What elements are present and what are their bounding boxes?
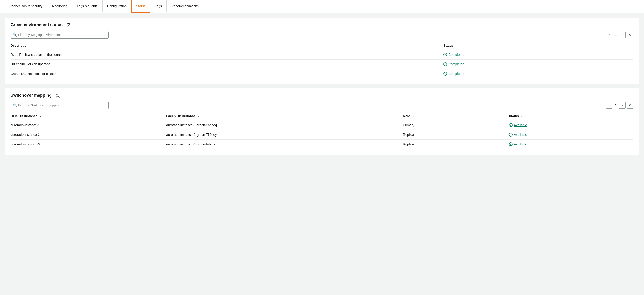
green-environment-title: Green environment status (3): [10, 22, 634, 27]
search-icon: 🔍: [13, 33, 17, 37]
tab-monitoring[interactable]: Monitoring: [48, 0, 72, 12]
sw-blue-instance: auroradb-instance-3: [10, 140, 166, 149]
sw-status: ✓Available: [509, 130, 634, 140]
green-environment-table: Description Status Read Replica creation…: [10, 41, 634, 78]
check-circle-icon: ✓: [444, 62, 447, 66]
tab-bar: Connectivity & securityMonitoringLogs & …: [0, 0, 644, 13]
table-row: DB engine version upgrade✓Completed: [10, 59, 634, 69]
sw-status: ✓Available: [509, 120, 634, 130]
table-row: auroradb-instance-2auroradb-instance-2-g…: [10, 130, 634, 140]
status-label: Available: [514, 123, 527, 127]
tab-configuration[interactable]: Configuration: [102, 0, 132, 12]
switchover-prev-btn[interactable]: ‹: [606, 102, 612, 108]
status-label: Completed: [448, 72, 464, 76]
col-green-db: Green DB Instance ▼: [166, 112, 403, 120]
check-circle-icon: ✓: [509, 142, 512, 146]
green-env-status: ✓Completed: [444, 59, 634, 69]
col-blue-db: Blue DB Instance ▲: [10, 112, 166, 120]
green-environment-page-num: 1: [614, 33, 618, 37]
green-environment-panel: Green environment status (3) 🔍 ‹ 1 › ⚙ D…: [5, 17, 639, 84]
check-circle-icon: ✓: [444, 53, 447, 56]
sw-green-instance: auroradb-instance-1-green-1onooq: [166, 120, 403, 130]
switchover-settings-btn[interactable]: ⚙: [627, 102, 634, 108]
green-environment-next-btn[interactable]: ›: [619, 31, 626, 38]
switchover-toolbar: 🔍 ‹ 1 › ⚙: [10, 101, 634, 109]
table-row: Read Replica creation of the source✓Comp…: [10, 50, 634, 59]
green-environment-title-text: Green environment status: [10, 22, 62, 27]
tab-logs-events[interactable]: Logs & events: [72, 0, 102, 12]
status-badge[interactable]: ✓Available: [509, 133, 630, 137]
switchover-table-header-row: Blue DB Instance ▲ Green DB Instance ▼ R…: [10, 112, 634, 120]
switchover-page-num: 1: [614, 103, 618, 107]
status-badge[interactable]: ✓Available: [509, 142, 630, 146]
blue-db-sort-icon: ▲: [39, 115, 42, 118]
green-env-description: DB engine version upgrade: [10, 59, 444, 69]
table-row: auroradb-instance-1auroradb-instance-1-g…: [10, 120, 634, 130]
page-content: Green environment status (3) 🔍 ‹ 1 › ⚙ D…: [0, 13, 644, 159]
tab-tags[interactable]: Tags: [150, 0, 167, 12]
sw-role: Replica: [403, 130, 509, 140]
status-badge: ✓Completed: [444, 62, 630, 66]
status-label: Available: [514, 142, 527, 146]
status-label: Available: [514, 133, 527, 137]
switchover-next-btn[interactable]: ›: [619, 102, 626, 108]
col-description: Description: [10, 41, 444, 50]
tab-connectivity-security[interactable]: Connectivity & security: [5, 0, 48, 12]
sw-role: Primary: [403, 120, 509, 130]
switchover-count: (3): [56, 93, 61, 98]
green-environment-pagination: ‹ 1 › ⚙: [606, 31, 634, 38]
sw-status-sort-icon: ▼: [521, 115, 523, 118]
col-status: Status: [444, 41, 634, 50]
switchover-search-input[interactable]: [10, 101, 108, 109]
sw-blue-instance: auroradb-instance-2: [10, 130, 166, 140]
green-environment-toolbar: 🔍 ‹ 1 › ⚙: [10, 31, 634, 38]
status-label: Completed: [448, 53, 464, 56]
status-badge[interactable]: ✓Available: [509, 123, 630, 127]
switchover-table: Blue DB Instance ▲ Green DB Instance ▼ R…: [10, 112, 634, 149]
switchover-search-container: 🔍: [10, 101, 108, 109]
green-environment-count: (3): [66, 22, 72, 27]
status-label: Completed: [448, 62, 464, 66]
check-circle-icon: ✓: [444, 72, 447, 76]
check-circle-icon: ✓: [509, 123, 512, 127]
sw-green-instance: auroradb-instance-2-green-750hoy: [166, 130, 403, 140]
role-sort-icon: ▼: [412, 115, 414, 118]
green-env-status: ✓Completed: [444, 50, 634, 59]
sw-status: ✓Available: [509, 140, 634, 149]
col-sw-status: Status ▼: [509, 112, 634, 120]
sw-role: Replica: [403, 140, 509, 149]
status-badge: ✓Completed: [444, 53, 630, 56]
green-db-sort-icon: ▼: [197, 115, 200, 118]
switchover-panel: Switchover mapping (3) 🔍 ‹ 1 › ⚙ Blue DB…: [5, 88, 639, 155]
green-env-description: Read Replica creation of the source: [10, 50, 444, 59]
col-role: Role ▼: [403, 112, 509, 120]
search-icon-2: 🔍: [13, 103, 17, 107]
status-badge: ✓Completed: [444, 72, 630, 76]
sw-blue-instance: auroradb-instance-1: [10, 120, 166, 130]
switchover-title-text: Switchover mapping: [10, 93, 52, 98]
green-env-description: Create DB instances for cluster: [10, 69, 444, 79]
green-env-status: ✓Completed: [444, 69, 634, 79]
tab-status[interactable]: Status: [132, 0, 150, 12]
switchover-pagination: ‹ 1 › ⚙: [606, 102, 634, 108]
green-environment-search-container: 🔍: [10, 31, 108, 38]
sw-green-instance: auroradb-instance-3-green-brbrck: [166, 140, 403, 149]
green-environment-search-input[interactable]: [10, 31, 108, 38]
green-environment-table-header-row: Description Status: [10, 41, 634, 50]
switchover-title: Switchover mapping (3): [10, 93, 634, 98]
check-circle-icon: ✓: [509, 133, 512, 137]
tab-recommendations[interactable]: Recommendations: [167, 0, 204, 12]
green-environment-prev-btn[interactable]: ‹: [606, 31, 612, 38]
table-row: Create DB instances for cluster✓Complete…: [10, 69, 634, 79]
table-row: auroradb-instance-3auroradb-instance-3-g…: [10, 140, 634, 149]
green-environment-settings-btn[interactable]: ⚙: [627, 31, 634, 38]
